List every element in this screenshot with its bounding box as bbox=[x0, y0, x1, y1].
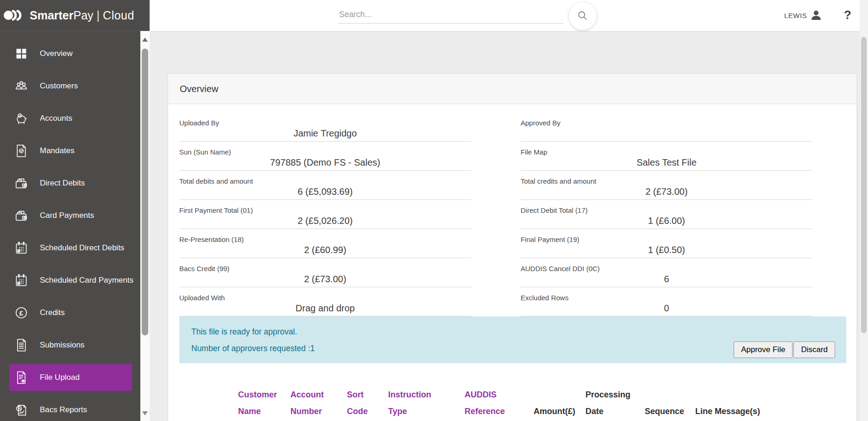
scroll-down-arrow-icon[interactable] bbox=[142, 411, 148, 415]
page-scrollbar[interactable] bbox=[860, 0, 868, 421]
sidebar-item-label: Accounts bbox=[40, 114, 72, 123]
people-icon bbox=[14, 79, 28, 93]
grid-icon bbox=[14, 47, 28, 61]
field-label: AUDDIS Cancel DDI (0C) bbox=[521, 265, 812, 274]
field-value: Drag and drop bbox=[179, 303, 471, 316]
col-header-line-message-s: Line Message(s) bbox=[695, 403, 779, 420]
field-label: Bacs Credit (99) bbox=[179, 265, 471, 274]
col-header-sort-code[interactable]: Sort Code bbox=[347, 386, 377, 420]
fields-column-right: Approved By File MapSales Test FileTotal… bbox=[521, 119, 812, 323]
field-final-payment-19: Final Payment (19)1 (£0.50) bbox=[521, 235, 812, 258]
fields-column-left: Uploaded ByJamie TregidgoSun (Sun Name)7… bbox=[179, 119, 471, 323]
sidebar-item-mandates[interactable]: Mandates bbox=[0, 135, 140, 167]
col-header-auddis-reference[interactable]: AUDDIS Reference bbox=[465, 386, 515, 420]
sidebar-item-label: Mandates bbox=[40, 146, 75, 155]
search-icon bbox=[577, 10, 589, 22]
field-value: 797885 (Demo FS - Sales) bbox=[179, 157, 471, 171]
search-button[interactable] bbox=[568, 1, 597, 30]
field-label: Excluded Rows bbox=[521, 294, 812, 303]
sidebar-nav: OverviewCustomers£AccountsMandatesDirect… bbox=[0, 31, 140, 421]
sidebar-item-file-upload[interactable]: File Upload bbox=[9, 364, 132, 391]
document-check-icon bbox=[14, 144, 28, 158]
field-total-debits-and-amount: Total debits and amount6 (£5,093.69) bbox=[179, 177, 471, 200]
field-re-presentation-18: Re-Presentation (18)2 (£60.99) bbox=[179, 235, 471, 258]
field-label: Direct Debit Total (17) bbox=[521, 206, 812, 216]
sidebar-item-card-payments[interactable]: Card Payments bbox=[0, 199, 140, 232]
app-logo: SmarterPay|Cloud bbox=[0, 0, 150, 31]
field-excluded-rows: Excluded Rows0 bbox=[521, 294, 812, 316]
user-name[interactable]: LEWIS bbox=[784, 0, 807, 31]
sidebar-item-customers[interactable]: Customers bbox=[0, 70, 140, 102]
field-value: 1 (£0.50) bbox=[521, 245, 812, 258]
field-value: 2 (£73.00) bbox=[179, 274, 471, 287]
document-lines-icon bbox=[14, 338, 28, 352]
page-scrollbar-thumb[interactable] bbox=[861, 37, 867, 333]
field-auddis-cancel-ddi-0c: AUDDIS Cancel DDI (0C)6 bbox=[521, 265, 812, 287]
field-label: Total credits and amount bbox=[521, 177, 812, 186]
field-value: 2 (£73.00) bbox=[521, 186, 812, 200]
sidebar-item-submissions[interactable]: Submissions bbox=[0, 329, 140, 361]
brand-name: SmarterPay|Cloud bbox=[30, 9, 134, 22]
overview-panel: Overview Uploaded ByJamie TregidgoSun (S… bbox=[168, 74, 857, 421]
discard-button[interactable]: Discard bbox=[793, 341, 835, 358]
field-label: Approved By bbox=[521, 119, 812, 128]
field-file-map: File MapSales Test File bbox=[521, 148, 812, 171]
sidebar-item-label: Submissions bbox=[40, 341, 84, 350]
scroll-up-arrow-icon[interactable] bbox=[142, 37, 148, 42]
field-label: Uploaded With bbox=[179, 294, 471, 303]
col-header-amount: Amount(£) bbox=[534, 403, 589, 420]
field-label: Total debits and amount bbox=[179, 177, 471, 186]
field-label: Final Payment (19) bbox=[521, 235, 812, 245]
sidebar-item-label: File Upload bbox=[40, 373, 80, 382]
field-value: 1 (£6.00) bbox=[521, 216, 812, 229]
document-upload-icon bbox=[14, 371, 28, 384]
svg-text:£: £ bbox=[19, 309, 24, 317]
field-label: Sun (Sun Name) bbox=[179, 148, 471, 157]
piggy-bank-icon: £ bbox=[14, 111, 28, 125]
field-value: 2 (£60.99) bbox=[179, 245, 471, 258]
search-input[interactable] bbox=[338, 6, 564, 24]
sidebar-item-overview[interactable]: Overview bbox=[0, 37, 140, 70]
field-label: Uploaded By bbox=[179, 119, 471, 128]
col-header-sequence: Sequence bbox=[645, 403, 693, 420]
smarterpay-logo-icon bbox=[4, 10, 26, 21]
approve-file-button[interactable]: Approve File bbox=[734, 341, 793, 358]
sidebar-item-label: Bacs Reports bbox=[40, 405, 87, 415]
field-direct-debit-total-17: Direct Debit Total (17)1 (£6.00) bbox=[521, 206, 812, 229]
col-header-customer-name[interactable]: Customer Name bbox=[238, 386, 284, 420]
col-header-account-number[interactable]: Account Number bbox=[290, 386, 334, 420]
field-bacs-credit-99: Bacs Credit (99)2 (£73.00) bbox=[179, 265, 471, 287]
field-value: 2 (£5,026.20) bbox=[179, 216, 471, 229]
sidebar-item-bacs-reports[interactable]: Bacs Reports bbox=[0, 394, 140, 421]
approval-banner: This file is ready for approval. Number … bbox=[179, 316, 846, 363]
sidebar-item-scheduled-card-payments[interactable]: Scheduled Card Payments bbox=[0, 264, 140, 297]
sidebar-item-label: Customers bbox=[40, 81, 78, 91]
sidebar-scrollbar-thumb[interactable] bbox=[142, 49, 148, 335]
col-header-instruction-type[interactable]: Instruction Type bbox=[388, 386, 448, 420]
sidebar: SmarterPay|Cloud OverviewCustomers£Accou… bbox=[0, 0, 150, 421]
sidebar-item-label: Card Payments bbox=[40, 211, 94, 220]
field-first-payment-total-01: First Payment Total (01)2 (£5,026.20) bbox=[179, 206, 471, 229]
sidebar-scrollbar[interactable] bbox=[140, 31, 150, 421]
sidebar-item-credits[interactable]: £Credits bbox=[0, 297, 140, 329]
wallet-icon bbox=[14, 176, 28, 190]
sidebar-item-scheduled-direct-debits[interactable]: Scheduled Direct Debits bbox=[0, 232, 140, 264]
sidebar-item-label: Direct Debits bbox=[40, 179, 85, 188]
field-uploaded-with: Uploaded WithDrag and drop bbox=[179, 294, 471, 316]
sidebar-item-direct-debits[interactable]: Direct Debits bbox=[0, 167, 140, 199]
field-uploaded-by: Uploaded ByJamie Tregidgo bbox=[179, 119, 471, 142]
field-total-credits-and-amount: Total credits and amount2 (£73.00) bbox=[521, 177, 812, 200]
document-chart-icon bbox=[14, 403, 28, 417]
field-value bbox=[521, 128, 812, 142]
calendar-icon bbox=[14, 241, 28, 255]
help-button[interactable]: ? bbox=[844, 0, 851, 31]
field-sun-sun-name: Sun (Sun Name)797885 (Demo FS - Sales) bbox=[179, 148, 471, 171]
panel-title: Overview bbox=[168, 74, 856, 104]
field-value: Sales Test File bbox=[521, 157, 812, 171]
user-icon[interactable] bbox=[809, 8, 823, 24]
sidebar-item-accounts[interactable]: £Accounts bbox=[0, 102, 140, 135]
results-table-header: Customer NameAccount NumberSort CodeInst… bbox=[168, 389, 856, 421]
calendar-icon bbox=[14, 273, 28, 287]
col-header-processing-date: Processing Date bbox=[585, 386, 638, 420]
app-window: LEWIS ? SmarterPay|Cloud OverviewCustome… bbox=[0, 0, 868, 421]
